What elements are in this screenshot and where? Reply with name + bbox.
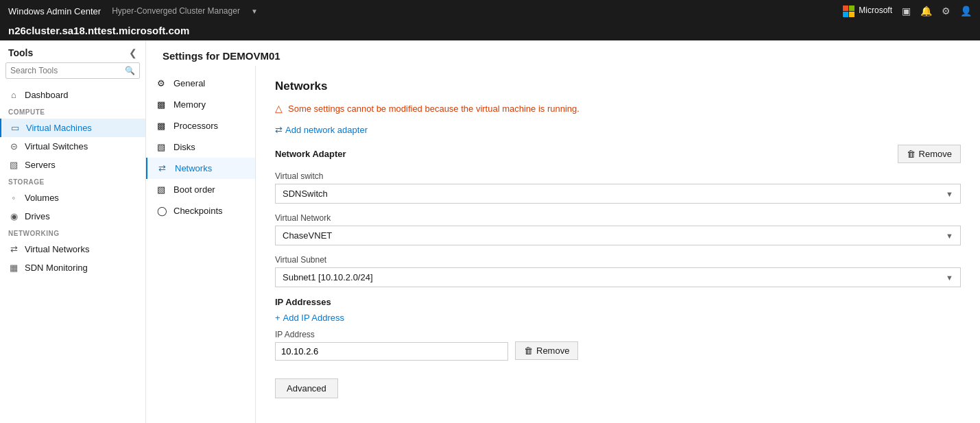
remove-ip-button[interactable]: 🗑 Remove [515, 341, 578, 360]
app-title: Windows Admin Center [8, 6, 101, 16]
checkpoints-icon: ◯ [157, 206, 168, 216]
remove-adapter-button[interactable]: 🗑 Remove [898, 145, 961, 163]
ip-input-wrap: IP Address [275, 330, 508, 361]
sidebar-title: Tools [8, 47, 33, 58]
drives-icon: ◉ [8, 211, 19, 221]
sidebar-item-label: Volumes [25, 193, 59, 203]
main-layout: Tools ❮ 🔍 ⌂ Dashboard COMPUTE ▭ Virtual … [0, 40, 980, 423]
ip-address-row: IP Address 🗑 Remove [275, 330, 961, 361]
virtual-network-label: Virtual Network [275, 213, 961, 223]
ip-address-input[interactable] [275, 342, 508, 361]
virtual-subnet-value: Subnet1 [10.10.2.0/24] [283, 272, 373, 282]
virtual-switch-chevron-icon: ▼ [946, 190, 953, 198]
networks-panel: Networks △ Some settings cannot be modif… [256, 66, 980, 423]
general-icon: ⚙ [157, 78, 168, 88]
sidebar-item-label: Virtual Switches [25, 141, 88, 152]
notification-icon[interactable]: 🔔 [920, 5, 932, 16]
add-network-adapter-link[interactable]: ⇄ Add network adapter [275, 125, 961, 135]
cluster-name: n26cluster.sa18.nttest.microsoft.com [0, 22, 980, 40]
virtual-switch-label: Virtual switch [275, 171, 961, 181]
ip-addresses-label: IP Addresses [275, 297, 961, 307]
adapter-header: Network Adapter 🗑 Remove [275, 145, 961, 163]
sidebar-item-label: Virtual Networks [25, 244, 89, 254]
virtual-network-select[interactable]: ChaseVNET ▼ [275, 226, 961, 245]
compute-section-label: COMPUTE [0, 104, 145, 119]
virtual-subnet-chevron-icon: ▼ [946, 274, 953, 282]
warning-text: Some settings cannot be modified because… [288, 104, 579, 114]
sidebar-item-virtual-switches[interactable]: ⊝ Virtual Switches [0, 137, 145, 156]
settings-nav-memory[interactable]: ▩ Memory [146, 94, 255, 115]
ip-address-field-label: IP Address [275, 330, 508, 339]
topbar: Windows Admin Center Hyper-Converged Clu… [0, 0, 980, 22]
add-ip-address-link[interactable]: + Add IP Address [275, 313, 961, 323]
settings-nav: ⚙ General ▩ Memory ▩ Processors ▧ Disks … [146, 66, 256, 423]
sidebar-item-sdn-monitoring[interactable]: ▦ SDN Monitoring [0, 258, 145, 277]
add-ip-plus-icon: + [275, 313, 280, 323]
vswitch-icon: ⊝ [8, 141, 19, 152]
adapter-label: Network Adapter [275, 149, 346, 159]
cluster-manager-label: Hyper-Converged Cluster Manager [112, 6, 240, 16]
sidebar-item-label: Dashboard [25, 90, 69, 100]
boot-order-icon: ▧ [157, 184, 168, 195]
networking-section-label: NETWORKING [0, 226, 145, 240]
sidebar-item-drives[interactable]: ◉ Drives [0, 207, 145, 226]
virtual-subnet-label: Virtual Subnet [275, 255, 961, 265]
networks-title: Networks [275, 80, 961, 93]
processors-icon: ▩ [157, 121, 168, 131]
add-adapter-plus-icon: ⇄ [275, 125, 283, 135]
memory-icon: ▩ [157, 99, 168, 110]
vm-icon: ▭ [10, 123, 21, 133]
sidebar-collapse-button[interactable]: ❮ [129, 47, 137, 58]
warning-banner: △ Some settings cannot be modified becau… [275, 103, 961, 114]
settings-page-title: Settings for DEMOVM01 [146, 40, 980, 66]
dashboard-icon: ⌂ [8, 90, 19, 100]
warning-icon: △ [275, 103, 283, 114]
settings-nav-networks[interactable]: ⇄ Networks [146, 158, 255, 179]
microsoft-text: Microsoft [859, 5, 892, 17]
sdn-icon: ▦ [8, 263, 19, 273]
search-box[interactable]: 🔍 [5, 62, 140, 79]
sidebar-item-volumes[interactable]: ◦ Volumes [0, 189, 145, 207]
sidebar-item-label: SDN Monitoring [25, 263, 88, 273]
networks-icon: ⇄ [158, 163, 169, 173]
disks-icon: ▧ [157, 142, 168, 152]
sidebar-item-virtual-machines[interactable]: ▭ Virtual Machines [0, 119, 145, 137]
dropdown-chevron-icon[interactable]: ▼ [251, 8, 258, 15]
advanced-button[interactable]: Advanced [275, 378, 338, 398]
sidebar-item-dashboard[interactable]: ⌂ Dashboard [0, 86, 145, 104]
servers-icon: ▧ [8, 160, 19, 170]
sidebar-item-virtual-networks[interactable]: ⇄ Virtual Networks [0, 240, 145, 258]
sidebar-item-label: Servers [25, 160, 56, 170]
settings-nav-general[interactable]: ⚙ General [146, 73, 255, 94]
settings-nav-processors[interactable]: ▩ Processors [146, 115, 255, 136]
ip-trash-icon: 🗑 [524, 346, 533, 356]
user-icon[interactable]: 👤 [960, 5, 972, 16]
vnet-icon: ⇄ [8, 244, 19, 254]
settings-nav-disks[interactable]: ▧ Disks [146, 136, 255, 158]
monitor-icon[interactable]: ▣ [902, 5, 911, 16]
settings-layout: ⚙ General ▩ Memory ▩ Processors ▧ Disks … [146, 66, 980, 423]
virtual-network-value: ChaseVNET [283, 230, 332, 241]
sidebar: Tools ❮ 🔍 ⌂ Dashboard COMPUTE ▭ Virtual … [0, 40, 146, 423]
search-input[interactable] [6, 63, 121, 78]
sidebar-item-servers[interactable]: ▧ Servers [0, 156, 145, 174]
microsoft-logo: Microsoft [843, 5, 892, 17]
sidebar-header: Tools ❮ [0, 40, 145, 62]
virtual-network-chevron-icon: ▼ [946, 232, 953, 240]
trash-icon: 🗑 [907, 149, 916, 159]
volumes-icon: ◦ [8, 193, 19, 203]
sidebar-item-label: Virtual Machines [26, 123, 92, 133]
storage-section-label: STORAGE [0, 174, 145, 189]
virtual-switch-value: SDNSwitch [283, 189, 328, 199]
settings-nav-checkpoints[interactable]: ◯ Checkpoints [146, 200, 255, 221]
virtual-switch-select[interactable]: SDNSwitch ▼ [275, 184, 961, 204]
topbar-right: Microsoft ▣ 🔔 ⚙ 👤 [843, 5, 972, 17]
virtual-subnet-select[interactable]: Subnet1 [10.10.2.0/24] ▼ [275, 267, 961, 287]
search-icon: 🔍 [121, 66, 139, 75]
settings-icon[interactable]: ⚙ [942, 5, 951, 16]
content-area: Settings for DEMOVM01 ⚙ General ▩ Memory… [146, 40, 980, 423]
sidebar-item-label: Drives [25, 211, 50, 221]
settings-nav-boot-order[interactable]: ▧ Boot order [146, 179, 255, 200]
